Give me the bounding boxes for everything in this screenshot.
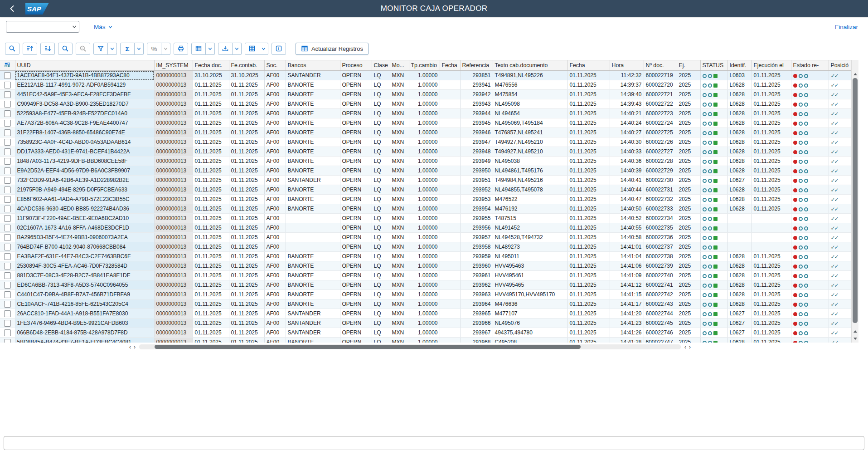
cell-banco[interactable]: SANTANDER: [286, 319, 340, 328]
cell-tcambio[interactable]: 1.00000: [409, 90, 440, 99]
cell-hora[interactable]: 14:40:55: [610, 223, 644, 233]
cell-im[interactable]: 0000000013: [154, 338, 193, 343]
cell-status[interactable]: [700, 166, 727, 176]
cell-ej[interactable]: 2025: [677, 280, 700, 290]
row-select-cell[interactable]: [0, 204, 15, 214]
row-select-cell[interactable]: [0, 299, 15, 309]
cell-soc[interactable]: AF00: [264, 309, 286, 319]
cell-status[interactable]: [700, 71, 727, 80]
cell-tcambio[interactable]: 1.00000: [409, 299, 440, 309]
cell-clase[interactable]: LQ: [372, 261, 390, 271]
cell-posicion[interactable]: ✓✓: [829, 328, 851, 338]
row-select-cell[interactable]: [0, 137, 15, 147]
table-row[interactable]: EA3BAF2F-631E-44E7-B4C3-C2E7463BBC6F0000…: [0, 252, 851, 261]
cell-fecha[interactable]: [440, 166, 460, 176]
cell-soc[interactable]: AF00: [264, 338, 286, 343]
cell-hora[interactable]: 14:40:52: [610, 214, 644, 223]
cell-clase[interactable]: LQ: [372, 80, 390, 90]
column-header-hora[interactable]: Hora: [610, 60, 644, 71]
column-header-soc[interactable]: Soc.: [264, 60, 286, 71]
cell-clase[interactable]: LQ: [372, 233, 390, 242]
cell-fcon[interactable]: 01.11.2025: [229, 261, 264, 271]
table-row[interactable]: 4CADC536-9630-4ED0-BB85-922274B4AD360000…: [0, 204, 851, 214]
row-checkbox[interactable]: [4, 120, 11, 127]
cell-proceso[interactable]: OPERN: [340, 338, 372, 343]
scroll-down-button[interactable]: [852, 335, 858, 342]
cell-ejecucion[interactable]: 01.11.2025: [752, 328, 791, 338]
cell-ndoc[interactable]: 600022747: [644, 338, 677, 343]
cell-fdoc[interactable]: 01.11.2025: [193, 309, 229, 319]
cell-status[interactable]: [700, 176, 727, 185]
cell-mon[interactable]: MXN: [390, 280, 409, 290]
cell-im[interactable]: 0000000013: [154, 242, 193, 252]
cell-fdoc[interactable]: 01.11.2025: [193, 233, 229, 242]
cell-ndoc[interactable]: 600022739: [644, 261, 677, 271]
cell-texto[interactable]: M477107: [493, 309, 567, 319]
cell-soc[interactable]: AF00: [264, 328, 286, 338]
cell-banco[interactable]: SANTANDER: [286, 176, 340, 185]
cell-posicion[interactable]: ✓✓: [829, 118, 851, 128]
sum-button[interactable]: Σ: [120, 43, 135, 55]
cell-soc[interactable]: AF00: [264, 166, 286, 176]
print-button[interactable]: [174, 43, 188, 55]
cell-mon[interactable]: MXN: [390, 176, 409, 185]
cell-ndoc[interactable]: 600022741: [644, 280, 677, 290]
row-select-cell[interactable]: [0, 252, 15, 261]
cell-banco[interactable]: BANORTE: [286, 252, 340, 261]
row-select-cell[interactable]: [0, 223, 15, 233]
cell-im[interactable]: 0000000013: [154, 157, 193, 166]
cell-tcambio[interactable]: 1.00000: [409, 290, 440, 299]
cell-uuid[interactable]: EA3BAF2F-631E-44E7-B4C3-C2E7463BBC6F: [15, 252, 154, 261]
cell-fcon[interactable]: 01.11.2025: [229, 233, 264, 242]
cell-uuid[interactable]: AE7A372B-606A-4C38-9C28-F9EAE4400747: [15, 118, 154, 128]
cell-uuid[interactable]: CE10AACF-741B-4216-85FE-621543C205C4: [15, 299, 154, 309]
cell-ej[interactable]: 2025: [677, 109, 700, 118]
cell-identif[interactable]: L0628: [727, 261, 752, 271]
cell-uuid[interactable]: 4451FC42-5A9F-45E3-AFCA-F28FCF3DAFBF: [15, 90, 154, 99]
cell-texto[interactable]: NL494855,T495078: [493, 185, 567, 195]
column-header-estado-re[interactable]: Estado re-: [791, 60, 829, 71]
cell-fdoc[interactable]: 01.11.2025: [193, 195, 229, 204]
zoom-button[interactable]: [5, 43, 19, 55]
table-row[interactable]: E856F602-AA61-4ADA-A79B-572E23C3B55C0000…: [0, 195, 851, 204]
cell-proceso[interactable]: OPERN: [340, 157, 372, 166]
row-checkbox[interactable]: [4, 91, 11, 98]
cell-fcon[interactable]: 01.11.2025: [229, 328, 264, 338]
cell-fcon[interactable]: 01.11.2025: [229, 90, 264, 99]
cell-fdoc[interactable]: 01.11.2025: [193, 328, 229, 338]
cell-identif[interactable]: [727, 242, 752, 252]
cell-im[interactable]: 0000000013: [154, 233, 193, 242]
cell-mon[interactable]: MXN: [390, 204, 409, 214]
cell-estado[interactable]: [791, 299, 829, 309]
cell-uuid[interactable]: 764BD74F-B700-4102-9040-870668CBB084: [15, 242, 154, 252]
cell-ref[interactable]: 293950: [460, 166, 493, 176]
row-checkbox[interactable]: [4, 186, 11, 193]
column-header-ejecuci-n-el[interactable]: Ejecución el: [752, 60, 791, 71]
cell-soc[interactable]: AF00: [264, 99, 286, 109]
cell-ej[interactable]: 2025: [677, 166, 700, 176]
cell-mon[interactable]: MXN: [390, 109, 409, 118]
cell-texto[interactable]: T476857,NL495241: [493, 128, 567, 137]
cell-ej[interactable]: 2025: [677, 261, 700, 271]
cell-ndoc[interactable]: 600022722: [644, 99, 677, 109]
cell-fecha2[interactable]: 01.11.2025: [567, 80, 610, 90]
cell-estado[interactable]: [791, 271, 829, 280]
cell-fecha2[interactable]: 01.11.2025: [567, 128, 610, 137]
cell-ejecucion[interactable]: 01.11.2025: [752, 195, 791, 204]
cell-tcambio[interactable]: 1.00000: [409, 128, 440, 137]
cell-ejecucion[interactable]: 01.11.2025: [752, 319, 791, 328]
cell-fecha[interactable]: [440, 157, 460, 166]
horizontal-scrollbar-thumb[interactable]: [155, 345, 581, 349]
table-row[interactable]: 522593A8-E477-45EB-924B-F527DEC014A00000…: [0, 109, 851, 118]
row-select-cell[interactable]: [0, 90, 15, 99]
cell-soc[interactable]: AF00: [264, 90, 286, 99]
cell-texto[interactable]: HVV495461: [493, 271, 567, 280]
cell-fecha[interactable]: [440, 290, 460, 299]
cell-soc[interactable]: AF00: [264, 176, 286, 185]
cell-ej[interactable]: 2025: [677, 137, 700, 147]
cell-posicion[interactable]: ✓✓: [829, 242, 851, 252]
cell-uuid[interactable]: EE212A1B-1117-4991-9072-ADF0AB594129: [15, 80, 154, 90]
cell-posicion[interactable]: ✓✓: [829, 128, 851, 137]
row-checkbox[interactable]: [4, 177, 11, 184]
row-select-cell[interactable]: [0, 319, 15, 328]
